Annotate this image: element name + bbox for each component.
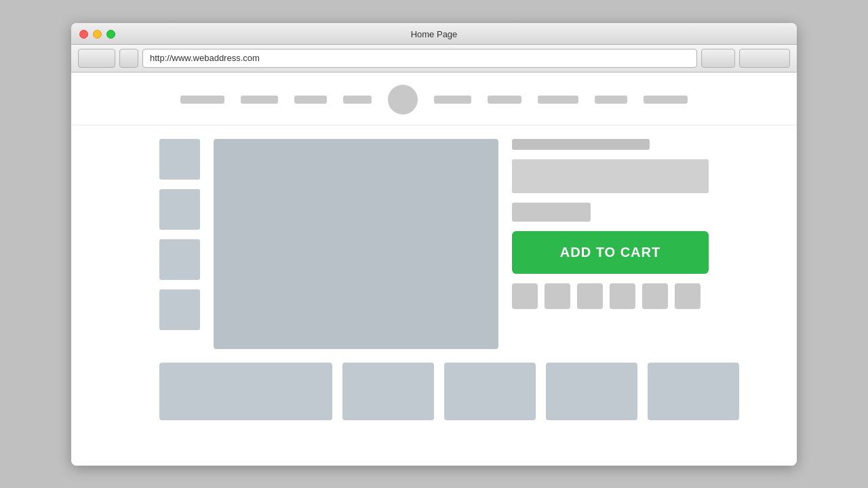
site-logo [388,85,418,115]
nav-item[interactable] [434,96,471,104]
nav-item[interactable] [538,96,578,104]
add-to-cart-button[interactable]: ADD TO CART [512,231,709,274]
browser-window: Home Page http://www.webaddress.com [71,23,797,466]
close-button[interactable] [79,30,88,39]
product-section: ADD TO CART [71,125,797,363]
tag-5[interactable] [642,283,668,309]
window-title: Home Page [411,29,458,39]
thumbnail-1[interactable] [159,139,200,180]
minimize-button[interactable] [93,30,102,39]
nav-item[interactable] [595,96,627,104]
tag-3[interactable] [577,283,603,309]
tag-4[interactable] [610,283,635,309]
bottom-item-medium-3[interactable] [546,363,637,420]
bottom-grid [71,363,797,434]
thumbnail-4[interactable] [159,289,200,330]
nav-item[interactable] [241,96,278,104]
maximize-button[interactable] [106,30,115,39]
product-title-placeholder [512,139,650,150]
bottom-item-medium-4[interactable] [648,363,739,420]
product-description-placeholder [512,159,709,193]
share-button[interactable] [701,49,735,68]
nav-item[interactable] [644,96,688,104]
bookmarks-button[interactable] [739,49,790,68]
product-info: ADD TO CART [512,139,709,349]
site-navigation [71,73,797,125]
toolbar: http://www.webaddress.com [71,45,797,73]
tag-6[interactable] [675,283,701,309]
nav-item[interactable] [180,96,224,104]
url-bar[interactable]: http://www.webaddress.com [142,49,697,68]
nav-item[interactable] [488,96,521,104]
page-content: ADD TO CART [71,73,797,466]
reload-button[interactable] [119,49,138,68]
bottom-item-medium-2[interactable] [444,363,536,420]
nav-item[interactable] [294,96,327,104]
thumbnail-3[interactable] [159,239,200,280]
nav-item[interactable] [343,96,372,104]
product-tags [512,283,709,309]
title-bar: Home Page [71,23,797,45]
traffic-lights [79,30,115,39]
product-main-image [214,139,498,349]
thumbnail-2[interactable] [159,189,200,230]
bottom-item-large[interactable] [159,363,332,420]
bottom-item-medium-1[interactable] [342,363,434,420]
tag-2[interactable] [545,283,570,309]
back-forward-buttons[interactable] [78,49,115,68]
product-price-placeholder [512,203,591,222]
product-thumbnails [159,139,200,349]
tag-1[interactable] [512,283,538,309]
